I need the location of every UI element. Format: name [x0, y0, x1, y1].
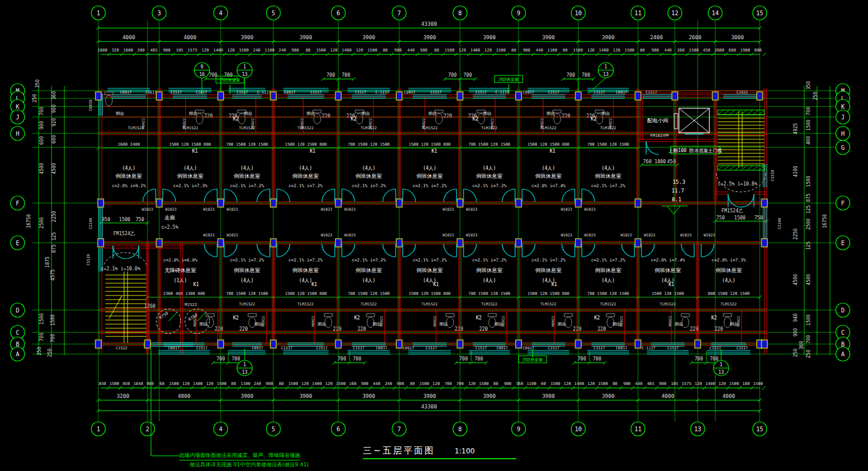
dim-top-fine: 240	[279, 48, 286, 53]
room-name: 倒班休息室	[292, 267, 319, 273]
balcony-label: 阳台	[558, 322, 566, 326]
grid-bubble-top-6-label: 6	[337, 10, 340, 16]
dim-right: 400	[806, 136, 811, 145]
window-label: C0917	[523, 90, 534, 95]
grid-bubble-bottom-8-label: 8	[458, 426, 462, 432]
room-occupancy: (1人)	[174, 278, 187, 283]
note-line-2: 做法具体详见现施 01中空内装修做法表(做法9 41)	[190, 461, 308, 469]
dim-left: 250	[37, 347, 42, 356]
door-label-m0922: M0922	[311, 316, 315, 326]
dim-bottom-fine: 180	[742, 381, 750, 386]
corridor-slope: c=2.5%	[162, 225, 179, 230]
dim-left: 600	[52, 135, 57, 144]
window-label-w1023: W1023	[142, 207, 153, 212]
balcony-label: 阳台	[318, 322, 326, 326]
dim-right: 350	[806, 81, 811, 90]
dim-bottom-seg: 3900	[542, 393, 555, 399]
door-label-m0922: M0922	[668, 316, 672, 326]
window-label-w1023: W1023	[442, 207, 454, 212]
room-occupancy: (4人)	[241, 166, 253, 171]
balcony-label: 阳台	[200, 322, 208, 326]
dim-top-fine: 1500	[625, 48, 634, 53]
dim-top-fine: 440	[407, 48, 415, 53]
dim-entry: 450	[667, 159, 676, 164]
k-label: K1	[550, 149, 555, 154]
dim-bottom-fine: 1500	[419, 381, 429, 386]
grid-bubble-bottom-15-label: 15	[756, 426, 763, 432]
dim-right: 940	[793, 314, 798, 322]
dim-top-fine: 120	[227, 48, 235, 53]
dim-bottom-seg: 3900	[241, 393, 253, 399]
dim-bottom-fine: 1500	[479, 381, 489, 386]
dim-entry: 750	[754, 215, 763, 221]
grid-bubble-top-9-label: 9	[517, 10, 520, 16]
dim-top-fine: 1500	[496, 48, 506, 53]
grid-bubble-left-B-label: B	[16, 341, 19, 348]
k-label: K2	[354, 315, 360, 321]
window-label: C1517	[236, 90, 248, 95]
dim-top-seg: 3900	[362, 35, 375, 40]
door-label-m0922: M0922	[368, 118, 372, 129]
dim-right: 700	[806, 107, 811, 116]
annotation: 15.3	[673, 179, 685, 185]
dim-top-fine: 120	[330, 48, 338, 53]
k-label: K1	[551, 282, 557, 287]
grid-bubble-right-F-label: F	[841, 200, 845, 207]
dim-top-fine: 1900	[740, 48, 750, 53]
window-label: C0917	[168, 346, 180, 350]
dim-top-fine: 900	[420, 48, 428, 53]
room-name: 倒班休息室	[476, 267, 503, 273]
door-label-m0922: M0922	[182, 118, 186, 129]
annotation: 上翻100 防水混凝土门槛	[668, 148, 722, 153]
grid-bubble-top-4-label: 4	[219, 10, 222, 16]
dim-right: 4100	[793, 166, 798, 177]
dim-top-fine: 1500	[239, 48, 249, 53]
callout-number: 9	[201, 64, 204, 70]
dim-bottom-seg: 3900	[602, 393, 615, 399]
grid-bubble-left-F-label: F	[16, 200, 19, 207]
callout-number: 1	[605, 64, 608, 70]
dim-bottom-fine: 120	[468, 381, 476, 386]
dim-right: 250	[806, 350, 811, 359]
dim-right: 1500	[806, 119, 811, 130]
k-label: K1	[311, 282, 317, 287]
room-name: 倒班休息室	[177, 173, 204, 179]
room-name: 倒班休息室	[654, 267, 681, 273]
dim-right: 4500	[806, 274, 811, 285]
dim-bottom-fine: 440	[373, 381, 380, 386]
dim-entry: 750	[136, 217, 145, 222]
dim-right: 125	[806, 205, 811, 214]
dim-left: 350	[35, 80, 40, 88]
dim-bottom-seg: 3200	[116, 393, 129, 399]
window-label-w1023: W1023	[227, 233, 238, 238]
annotation: R750	[159, 311, 169, 320]
window-label: C1517	[430, 90, 442, 95]
grid-bubble-right-H-label: H	[841, 130, 845, 137]
room-slope: c=2.1% i=7.2%	[352, 257, 386, 263]
dim-entry: 750	[716, 215, 725, 221]
dim-room-lower: 780 1500 120 1500	[226, 291, 268, 296]
grid-bubble-left-H-label: H	[16, 130, 19, 137]
grid-bubble-left-E-label: E	[16, 240, 19, 246]
window-label-w1023: W1023	[321, 233, 332, 238]
window-label: C1517	[170, 90, 182, 95]
door-label-m0922: M0922	[608, 118, 612, 129]
window-label: C1517	[426, 346, 437, 350]
dim-top-fine: 1400	[342, 48, 352, 53]
window-label-w1023: W1023	[165, 207, 177, 212]
dim-top-seg: 3900	[542, 35, 555, 40]
dim-room-lower: 880 1500 120 1500	[708, 291, 750, 296]
dim-right: 900	[793, 328, 798, 337]
dim-right: 4500	[793, 274, 798, 285]
dim-top-seg: 3900	[483, 35, 496, 40]
k-label: K2	[711, 315, 717, 321]
dim-right: 1500	[806, 314, 811, 325]
dim-bottom-fine: 80	[231, 381, 236, 386]
balcony-label: 阳台	[255, 322, 263, 326]
grid-bubble-bottom-5-label: 5	[272, 426, 275, 432]
door-label-tlm: TLM1522	[540, 302, 556, 307]
window-label-w1023: W1023	[704, 233, 715, 238]
k-label: K2	[351, 116, 356, 122]
dim-room-upper: 780 1500 120 1500	[587, 142, 629, 147]
dim-bottom-fine: 465	[647, 381, 654, 386]
